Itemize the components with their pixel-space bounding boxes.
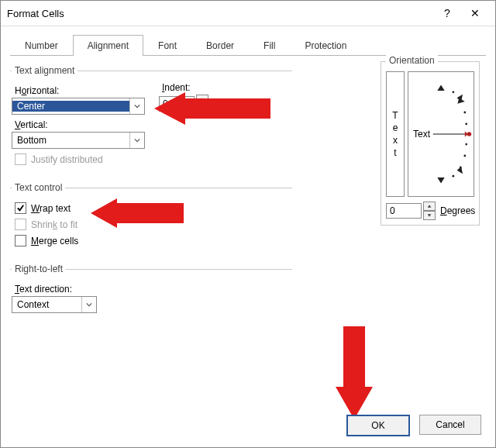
legend-orientation: Orientation	[386, 55, 438, 66]
close-button[interactable]: ✕	[461, 2, 489, 24]
tab-alignment[interactable]: Alignment	[73, 35, 143, 56]
horizontal-select-value: Center	[12, 101, 129, 112]
svg-point-2	[463, 112, 466, 114]
svg-point-0	[452, 91, 454, 93]
checkbox-icon	[15, 235, 26, 246]
orientation-text-label: Text	[413, 129, 430, 140]
button-row: OK Cancel	[346, 415, 481, 436]
svg-point-5	[463, 155, 466, 157]
tab-fill[interactable]: Fill	[249, 35, 290, 56]
annotation-arrow-3	[336, 326, 373, 419]
cancel-button[interactable]: Cancel	[419, 415, 481, 435]
label-horizontal: Horizontal:	[15, 85, 291, 96]
svg-point-7	[452, 175, 454, 177]
checkbox-icon	[15, 219, 26, 230]
svg-point-3	[465, 123, 467, 126]
check-shrink-to-fit: Shrink to fit	[15, 219, 291, 230]
check-merge-cells[interactable]: Merge cells	[15, 235, 291, 246]
group-right-to-left: Right-to-left Text direction: Context	[10, 264, 292, 316]
help-button[interactable]: ?	[433, 2, 461, 24]
degrees-input[interactable]	[386, 203, 422, 219]
orientation-vertical-text[interactable]: Text	[386, 71, 405, 197]
label-degrees: Degrees	[440, 205, 475, 216]
indent-up-button[interactable]	[196, 95, 208, 104]
text-direction-select[interactable]: Context	[12, 296, 97, 313]
tab-font[interactable]: Font	[143, 35, 191, 56]
indent-input[interactable]	[159, 96, 195, 112]
tab-row: Number Alignment Font Border Fill Protec…	[1, 26, 495, 55]
group-text-control: Text control Wrap text Shrink to fit Mer…	[10, 182, 292, 254]
label-vertical: Vertical:	[15, 119, 291, 130]
checkbox-icon	[15, 202, 26, 214]
text-direction-value: Context	[12, 299, 81, 310]
check-wrap-text[interactable]: Wrap text	[15, 202, 291, 214]
degrees-down-button[interactable]	[423, 211, 436, 220]
checkbox-icon	[15, 153, 26, 165]
group-text-alignment: Text alignment Horizontal: Center Indent…	[10, 65, 292, 173]
dialog-title: Format Cells	[7, 8, 433, 19]
vertical-select[interactable]: Bottom	[12, 132, 145, 149]
titlebar: Format Cells ? ✕	[1, 1, 495, 26]
ok-button[interactable]: OK	[346, 415, 410, 436]
svg-point-9	[467, 132, 472, 136]
label-indent: Indent:	[162, 82, 208, 93]
chevron-down-icon	[81, 297, 96, 312]
legend-text-control: Text control	[12, 182, 65, 193]
svg-point-4	[465, 143, 467, 146]
chevron-down-icon	[129, 98, 144, 114]
indent-spinner[interactable]	[159, 95, 208, 113]
legend-right-to-left: Right-to-left	[12, 264, 66, 274]
vertical-select-value: Bottom	[12, 135, 129, 146]
chevron-down-icon	[129, 133, 144, 148]
group-orientation: Orientation Text	[381, 61, 480, 226]
legend-text-alignment: Text alignment	[12, 65, 78, 76]
check-justify-distributed: Justify distributed	[15, 153, 291, 165]
orientation-dial[interactable]: Text	[408, 71, 474, 197]
indent-down-button[interactable]	[196, 104, 208, 113]
tab-number[interactable]: Number	[10, 35, 73, 56]
tab-protection[interactable]: Protection	[290, 35, 361, 56]
degrees-up-button[interactable]	[423, 202, 436, 211]
label-text-direction: Text direction:	[15, 284, 291, 295]
horizontal-select[interactable]: Center	[12, 98, 145, 115]
degrees-spinner[interactable]	[386, 202, 436, 220]
format-cells-dialog: Format Cells ? ✕ Number Alignment Font B…	[0, 0, 496, 448]
tab-border[interactable]: Border	[191, 35, 249, 56]
